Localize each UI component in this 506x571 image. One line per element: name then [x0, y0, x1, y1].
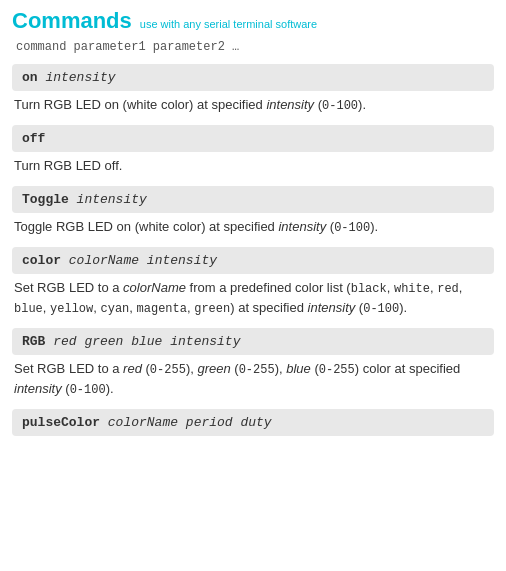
command-box-on: on intensity — [12, 64, 494, 91]
command-desc-color: Set RGB LED to a colorName from a predef… — [12, 278, 494, 318]
command-params-rgb: red green blue intensity — [45, 334, 240, 349]
command-desc-on: Turn RGB LED on (white color) at specifi… — [12, 95, 494, 115]
command-params-color: colorName intensity — [61, 253, 217, 268]
commands-list: on intensityTurn RGB LED on (white color… — [12, 64, 494, 436]
command-name-pulseColor: pulseColor — [22, 415, 100, 430]
command-block-off: offTurn RGB LED off. — [12, 125, 494, 176]
command-box-off: off — [12, 125, 494, 152]
command-desc-off: Turn RGB LED off. — [12, 156, 494, 176]
command-params-pulseColor: colorName period duty — [100, 415, 272, 430]
command-name-toggle: Toggle — [22, 192, 69, 207]
command-block-on: on intensityTurn RGB LED on (white color… — [12, 64, 494, 115]
command-params-toggle: intensity — [69, 192, 147, 207]
syntax-line: command parameter1 parameter2 … — [12, 40, 494, 54]
page-header: Commands use with any serial terminal so… — [12, 8, 494, 34]
command-params-on: intensity — [38, 70, 116, 85]
command-name-off: off — [22, 131, 45, 146]
command-name-on: on — [22, 70, 38, 85]
page-title: Commands — [12, 8, 132, 34]
command-name-color: color — [22, 253, 61, 268]
page-subtitle: use with any serial terminal software — [140, 18, 317, 30]
command-block-pulseColor: pulseColor colorName period duty — [12, 409, 494, 436]
command-box-color: color colorName intensity — [12, 247, 494, 274]
command-block-rgb: RGB red green blue intensitySet RGB LED … — [12, 328, 494, 399]
command-name-rgb: RGB — [22, 334, 45, 349]
command-box-rgb: RGB red green blue intensity — [12, 328, 494, 355]
command-box-toggle: Toggle intensity — [12, 186, 494, 213]
command-box-pulseColor: pulseColor colorName period duty — [12, 409, 494, 436]
command-block-color: color colorName intensitySet RGB LED to … — [12, 247, 494, 318]
command-desc-toggle: Toggle RGB LED on (white color) at speci… — [12, 217, 494, 237]
command-block-toggle: Toggle intensityToggle RGB LED on (white… — [12, 186, 494, 237]
command-desc-rgb: Set RGB LED to a red (0-255), green (0-2… — [12, 359, 494, 399]
